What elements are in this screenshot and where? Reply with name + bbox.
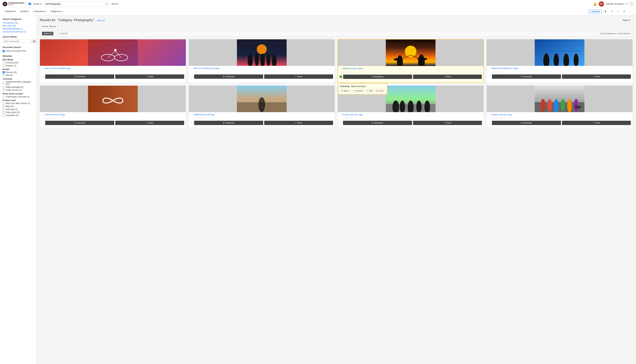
star5[interactable]: ★ (351, 117, 353, 120)
select-checkbox[interactable] (42, 76, 44, 78)
assets-button[interactable]: Assets ▾ (33, 3, 41, 5)
share-button[interactable]: ↗ Share (264, 74, 333, 79)
star3[interactable]: ★ (347, 71, 349, 73)
add-toolbar-button[interactable]: ＋ (615, 9, 620, 14)
star4[interactable]: ★ (51, 71, 53, 73)
black-checkbox[interactable] (3, 105, 5, 108)
multi-color-checkbox[interactable] (3, 102, 5, 104)
notifications-button[interactable]: 🔔 (593, 2, 597, 6)
download-button[interactable]: ⬇ Download (45, 121, 114, 125)
clear-all-link[interactable]: Clear all (97, 19, 105, 22)
asset-name[interactable]: biking in the setting sun 2.jpeg (491, 67, 518, 70)
star2[interactable]: ★ (196, 71, 198, 73)
more-toolbar-button[interactable]: ⋮ (628, 9, 633, 14)
star1[interactable]: ★ (45, 117, 47, 120)
help-button[interactable]: ? (629, 2, 633, 6)
download-button[interactable]: ⬇ Download (194, 74, 263, 79)
star3[interactable]: ★ (496, 117, 498, 120)
asset-name[interactable]: Europe road race 1.jpg (342, 114, 363, 116)
nav-collections[interactable]: Collections ▾ (31, 8, 48, 15)
nav-categories[interactable]: Categories ▾ (48, 8, 65, 15)
search-input[interactable] (44, 2, 103, 6)
star2[interactable]: ★ (494, 117, 496, 120)
export-button[interactable]: Export ▾ (620, 18, 633, 22)
star3[interactable]: ★ (496, 71, 498, 73)
star1[interactable]: ★ (492, 117, 493, 120)
download-button[interactable]: ⬇ Download (343, 121, 412, 125)
asset-name[interactable]: Europe road race 2.jpg (491, 114, 512, 116)
share-button[interactable]: ↗ Share (562, 74, 631, 79)
go-button[interactable]: Go (32, 39, 37, 43)
star1[interactable]: ★ (343, 71, 345, 73)
download-button[interactable]: ⬇ Download (45, 74, 114, 79)
star1[interactable]: ★ (343, 117, 344, 120)
star2[interactable]: ★ (494, 71, 496, 73)
star4[interactable]: ★ (349, 71, 351, 73)
download-button[interactable]: ⬇ Download (492, 74, 561, 79)
comment-button[interactable]: ✏ Comment (351, 89, 364, 92)
select-all-button[interactable]: Select All (42, 32, 53, 36)
star3[interactable]: ★ (347, 117, 349, 120)
star4[interactable]: ★ (200, 71, 202, 73)
star5[interactable]: ★ (202, 117, 204, 120)
share-button[interactable]: ↗ Share (115, 121, 184, 125)
star2[interactable]: ★ (345, 117, 347, 120)
star4[interactable]: ★ (498, 71, 500, 73)
star4[interactable]: ★ (51, 117, 53, 120)
star4[interactable]: ★ (200, 117, 202, 120)
download-button[interactable]: ⬇ Download (343, 74, 412, 79)
sort-button[interactable]: Sort by Filename ▾ (600, 32, 616, 35)
cat-screenshot[interactable]: Screenshot/Screencast (1) (3, 30, 34, 33)
universal-checkbox[interactable] (3, 62, 5, 64)
select-checkbox[interactable] (42, 122, 44, 124)
download-button[interactable]: ⬇ Download (194, 121, 263, 125)
share-button[interactable]: ↗ Share (562, 121, 631, 125)
star5[interactable]: ★ (54, 71, 55, 73)
cat-photography[interactable]: Photography (34) (3, 22, 34, 24)
star1[interactable]: ★ (492, 71, 493, 73)
star2[interactable]: ★ (47, 71, 49, 73)
asset-name[interactable]: California Hwy 101.jpg (45, 114, 65, 116)
download-toolbar-button[interactable]: ⬇ (603, 9, 608, 14)
edit-toolbar-button[interactable]: ✏ (622, 9, 627, 14)
star2[interactable]: ★ (345, 71, 347, 73)
star5[interactable]: ★ (500, 71, 502, 73)
star5[interactable]: ★ (54, 117, 55, 120)
star5[interactable]: ★ (351, 71, 353, 73)
cat-bike-lines[interactable]: Bike Lines (24) (3, 25, 34, 27)
asset-name[interactable]: bike race promo graphic.jpeg (45, 67, 70, 70)
star5[interactable]: ★ (202, 71, 204, 73)
delete-button[interactable]: 🗑 Delete (375, 89, 385, 92)
star3[interactable]: ★ (49, 71, 51, 73)
share-button[interactable]: ↗ Share (413, 74, 482, 79)
share-toolbar-button[interactable]: ↗ (609, 9, 614, 14)
copenhagen-checkbox[interactable] (3, 96, 5, 98)
keyword-input[interactable] (3, 39, 31, 43)
women-checkbox[interactable] (3, 71, 5, 74)
selected-badge[interactable]: 1 selected (588, 10, 602, 14)
asset-name[interactable]: bikes in the setting sun1.jpeg (194, 67, 219, 70)
public-domain-checkbox[interactable] (3, 89, 5, 91)
explorer-checkbox[interactable] (3, 65, 5, 67)
star3[interactable]: ★ (49, 117, 51, 120)
view-button[interactable]: ⊞ Thumbnail ▾ (618, 32, 630, 35)
star1[interactable]: ★ (45, 71, 47, 73)
star3[interactable]: ★ (198, 117, 200, 120)
star5[interactable]: ★ (500, 117, 502, 120)
rights-managed-checkbox[interactable] (3, 86, 5, 88)
nav-activity[interactable]: Activity ▾ (18, 8, 31, 15)
star2[interactable]: ★ (196, 117, 198, 120)
select-checkbox[interactable] (488, 122, 491, 124)
select-checkbox[interactable]: ✓ (340, 76, 342, 78)
asset-name[interactable]: California Hwy 101b.jpg (194, 114, 215, 116)
download-button[interactable]: ⬇ Download (492, 121, 561, 125)
cat-marketing[interactable]: Marketing Materials (1) (3, 28, 34, 30)
star4[interactable]: ★ (349, 117, 351, 120)
share-button[interactable]: ↗ Share (413, 121, 482, 125)
more-button[interactable]: More ▾ (112, 3, 118, 5)
star3[interactable]: ★ (198, 71, 200, 73)
eudaimonia-checkbox[interactable] (3, 82, 5, 84)
share-button[interactable]: ↗ Share (115, 74, 184, 79)
select-checkbox[interactable] (339, 122, 342, 124)
watch-button[interactable]: 👁 Watch (340, 89, 350, 92)
